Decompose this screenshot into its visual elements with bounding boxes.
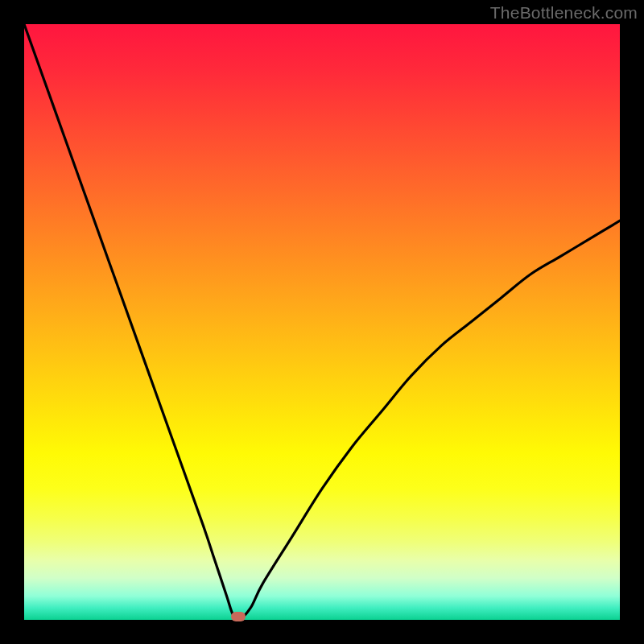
curve-svg [24,24,620,620]
watermark-text: TheBottleneck.com [490,3,638,23]
optimal-point-marker [231,612,246,621]
plot-area [24,24,620,620]
bottleneck-curve-path [24,24,620,620]
chart-container: TheBottleneck.com [0,0,644,644]
